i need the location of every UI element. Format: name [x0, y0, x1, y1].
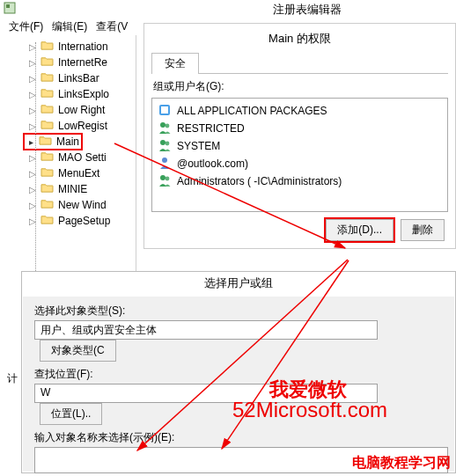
- folder-icon: [40, 40, 55, 54]
- menu-file[interactable]: 文件(F): [9, 19, 43, 34]
- permissions-title: Main 的权限: [144, 24, 455, 52]
- folder-icon: [40, 182, 55, 196]
- list-item[interactable]: RESTRICTED: [154, 120, 445, 137]
- list-item-label: RESTRICTED: [177, 122, 245, 135]
- folder-icon: [40, 166, 55, 180]
- tree-item-label: LinksBar: [58, 72, 99, 84]
- app-title: 注册表编辑器: [158, 0, 456, 19]
- tree-item[interactable]: ▷Low Right: [0, 102, 136, 118]
- group-icon: [158, 138, 172, 155]
- folder-icon: [40, 214, 55, 228]
- tree-item-label: MenuExt: [58, 167, 99, 179]
- folder-icon: [40, 55, 55, 70]
- tree-item[interactable]: ▷LinksExplo: [0, 86, 136, 102]
- tree-item[interactable]: ▷MINIE: [0, 181, 136, 197]
- group-icon: [158, 173, 172, 190]
- group-icon: [158, 121, 172, 137]
- tree-item-label: InternetRe: [58, 56, 107, 69]
- tree-item[interactable]: ▷Internation: [0, 39, 136, 55]
- tree-item-label: New Wind: [58, 199, 107, 211]
- folder-icon: [40, 87, 55, 101]
- svg-point-10: [165, 176, 170, 180]
- tabstrip: 安全: [151, 52, 448, 74]
- list-item-label: @outlook.com): [177, 157, 248, 170]
- folder-icon: [40, 103, 55, 117]
- user-icon: [158, 156, 172, 172]
- tree-item-label: Low Right: [58, 104, 105, 116]
- select-dialog-title: 选择用户或组: [22, 272, 455, 297]
- list-item[interactable]: Administrators ( -IC\Administrators): [154, 172, 445, 190]
- tree-item[interactable]: ▷LinksBar: [0, 70, 136, 86]
- locations-button[interactable]: 位置(L)..: [40, 403, 102, 425]
- object-type-field: 用户、组或内置安全主体: [34, 320, 378, 340]
- folder-icon: [40, 119, 55, 133]
- svg-point-5: [165, 123, 170, 128]
- tree-guide-line: [35, 42, 36, 271]
- list-item[interactable]: SYSTEM: [154, 137, 445, 155]
- list-item-label: ALL APPLICATION PACKAGES: [177, 105, 327, 117]
- tree-item[interactable]: ▷LowRegist: [0, 118, 136, 134]
- svg-point-9: [160, 175, 165, 180]
- tree-item[interactable]: ▸Main: [0, 134, 136, 150]
- folder-icon: [39, 135, 53, 149]
- users-listbox[interactable]: ALL APPLICATION PACKAGESRESTRICTEDSYSTEM…: [151, 98, 448, 212]
- svg-point-8: [162, 157, 167, 163]
- tree-item[interactable]: ▷InternetRe: [0, 55, 136, 70]
- svg-rect-1: [6, 4, 10, 8]
- list-item-label: SYSTEM: [177, 140, 220, 152]
- location-field: W: [34, 384, 378, 403]
- package-icon: [158, 103, 172, 120]
- left-cut-text: 计: [7, 371, 18, 386]
- folder-icon: [40, 198, 55, 212]
- add-button[interactable]: 添加(D)...: [326, 219, 393, 241]
- folder-icon: [40, 150, 55, 165]
- tree-item-label: Internation: [58, 40, 108, 53]
- select-user-dialog: 选择用户或组 选择此对象类型(S): 用户、组或内置安全主体 对象类型(C 查找…: [21, 271, 456, 473]
- location-label: 查找位置(F):: [34, 367, 443, 382]
- tree-item-label: MAO Setti: [58, 151, 107, 164]
- group-users-label: 组或用户名(G):: [153, 79, 448, 94]
- tree-item-label: LowRegist: [58, 120, 107, 132]
- tree-item[interactable]: ▷MenuExt: [0, 165, 136, 181]
- app-icon: [4, 2, 16, 17]
- tree-item-label: Main: [56, 135, 79, 148]
- remove-button[interactable]: 删除: [401, 219, 445, 241]
- tree-item[interactable]: ▷New Wind: [0, 197, 136, 213]
- object-names-label: 输入对象名称来选择(示例)(E):: [34, 430, 443, 445]
- object-types-button[interactable]: 对象类型(C: [40, 340, 116, 362]
- list-item[interactable]: ALL APPLICATION PACKAGES: [154, 102, 445, 120]
- expand-icon[interactable]: ▸: [26, 137, 35, 147]
- menu-edit[interactable]: 编辑(E): [52, 19, 87, 34]
- svg-point-4: [160, 122, 165, 128]
- tree-item-label: LinksExplo: [58, 88, 109, 100]
- list-item-label: Administrators ( -IC\Administrators): [177, 175, 342, 187]
- svg-point-7: [165, 141, 170, 145]
- svg-rect-3: [161, 106, 168, 114]
- tree-item-label: MINIE: [58, 183, 87, 195]
- menu-view[interactable]: 查看(V: [96, 19, 128, 34]
- tree-item-label: PageSetup: [58, 215, 110, 227]
- object-type-label: 选择此对象类型(S):: [34, 304, 443, 319]
- list-item[interactable]: @outlook.com): [154, 155, 445, 172]
- tree-item[interactable]: ▷MAO Setti: [0, 150, 136, 165]
- folder-icon: [40, 71, 55, 85]
- menubar: 文件(F) 编辑(E) 查看(V: [0, 18, 139, 36]
- permissions-dialog: Main 的权限 安全 组或用户名(G): ALL APPLICATION PA…: [143, 23, 456, 249]
- tree-item[interactable]: ▷PageSetup: [0, 213, 136, 229]
- tab-security[interactable]: 安全: [151, 53, 199, 74]
- object-names-input[interactable]: [34, 447, 448, 473]
- svg-point-6: [160, 140, 165, 145]
